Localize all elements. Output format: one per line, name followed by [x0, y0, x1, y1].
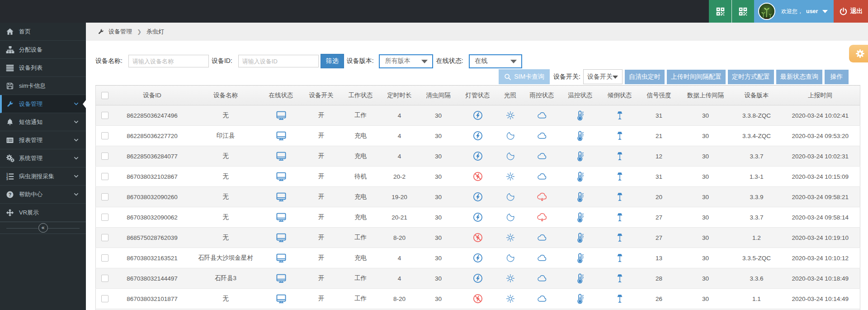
cell-temp[interactable]: [561, 187, 600, 207]
cell-online[interactable]: [261, 126, 302, 146]
bolt-on-icon[interactable]: [473, 151, 483, 161]
row-checkbox[interactable]: [101, 112, 108, 119]
bolt-on-icon[interactable]: [473, 273, 483, 283]
cell-light[interactable]: [498, 248, 523, 268]
desktop-icon[interactable]: [276, 151, 287, 162]
theme-settings-button[interactable]: [849, 45, 868, 62]
cell-light[interactable]: [498, 105, 523, 126]
cloud-icon[interactable]: [537, 110, 547, 120]
cell-tube[interactable]: [458, 167, 498, 187]
cell-rain[interactable]: [523, 126, 561, 146]
cell-rain[interactable]: [523, 146, 561, 167]
cell-online[interactable]: [261, 248, 302, 268]
cell-temp[interactable]: [561, 289, 600, 309]
cell-tube[interactable]: [458, 228, 498, 248]
lamp-upright-icon[interactable]: [615, 191, 625, 202]
auto-clean-timer-button[interactable]: 自清虫定时: [625, 70, 665, 84]
moon-icon[interactable]: [506, 152, 515, 161]
cell-online[interactable]: [261, 207, 302, 228]
desktop-icon[interactable]: [276, 294, 287, 304]
rain-cloud-icon[interactable]: [537, 191, 547, 202]
desktop-icon[interactable]: [276, 192, 287, 202]
app-grid-button-qr-1[interactable]: [709, 0, 731, 23]
filter-button[interactable]: 筛选: [321, 54, 344, 68]
sun-icon[interactable]: [505, 294, 515, 304]
cell-tilt[interactable]: [600, 146, 640, 167]
lamp-upright-icon[interactable]: [615, 151, 625, 162]
row-checkbox[interactable]: [101, 132, 108, 139]
sun-icon[interactable]: [505, 110, 515, 120]
breadcrumb-item-insecticidal-lamp[interactable]: 杀虫灯: [146, 28, 164, 36]
thermometer-icon[interactable]: [575, 191, 586, 202]
cell-online[interactable]: [261, 289, 302, 309]
desktop-icon[interactable]: [276, 253, 287, 263]
bolt-off-icon[interactable]: [473, 172, 483, 181]
cell-rain[interactable]: [523, 105, 561, 126]
sidebar-item-sms-notice[interactable]: 短信通知: [0, 113, 86, 131]
cell-tube[interactable]: [458, 289, 498, 309]
cell-light[interactable]: [498, 207, 523, 228]
cell-tilt[interactable]: [600, 167, 640, 187]
cell-online[interactable]: [261, 167, 302, 187]
timing-mode-cfg-button[interactable]: 定时方式配置: [728, 70, 774, 84]
moon-icon[interactable]: [506, 213, 515, 222]
cell-online[interactable]: [261, 228, 302, 248]
desktop-icon[interactable]: [276, 212, 287, 223]
cell-tube[interactable]: [458, 146, 498, 167]
cell-tube[interactable]: [458, 126, 498, 146]
cell-temp[interactable]: [561, 207, 600, 228]
sim-card-query-button[interactable]: SIM卡查询: [499, 69, 550, 84]
cell-online[interactable]: [261, 146, 302, 167]
cell-rain[interactable]: [523, 228, 561, 248]
cell-tube[interactable]: [458, 268, 498, 289]
row-checkbox[interactable]: [101, 234, 108, 241]
cloud-icon[interactable]: [537, 294, 547, 304]
lamp-upright-icon[interactable]: [615, 273, 625, 284]
user-menu[interactable]: 欢迎您， user: [754, 0, 834, 23]
cell-tube[interactable]: [458, 105, 498, 126]
cell-tilt[interactable]: [600, 268, 640, 289]
cell-light[interactable]: [498, 228, 523, 248]
bolt-on-icon[interactable]: [473, 131, 483, 141]
thermometer-icon[interactable]: [575, 293, 586, 304]
thermometer-icon[interactable]: [575, 273, 586, 284]
cell-rain[interactable]: [523, 187, 561, 207]
cell-light[interactable]: [498, 268, 523, 289]
cell-temp[interactable]: [561, 248, 600, 268]
rain-cloud-icon[interactable]: [537, 212, 547, 223]
cell-tube[interactable]: [458, 207, 498, 228]
app-grid-button-qr-2[interactable]: [731, 0, 754, 23]
upload-interval-cfg-button[interactable]: 上传时间间隔配置: [667, 70, 726, 84]
latest-status-query-button[interactable]: 最新状态查询: [776, 70, 822, 84]
cloud-icon[interactable]: [537, 233, 547, 243]
cell-tilt[interactable]: [600, 248, 640, 268]
row-checkbox[interactable]: [101, 173, 108, 180]
thermometer-icon[interactable]: [575, 130, 586, 141]
cell-temp[interactable]: [561, 268, 600, 289]
cell-temp[interactable]: [561, 105, 600, 126]
row-checkbox[interactable]: [101, 254, 108, 262]
sun-icon[interactable]: [505, 172, 515, 181]
sidebar-item-assign[interactable]: 分配设备: [0, 41, 86, 59]
row-checkbox[interactable]: [101, 214, 108, 221]
sidebar-item-help-center[interactable]: ?帮助中心: [0, 186, 86, 204]
moon-icon[interactable]: [506, 131, 515, 140]
cell-tube[interactable]: [458, 248, 498, 268]
cloud-icon[interactable]: [537, 151, 547, 161]
cell-light[interactable]: [498, 126, 523, 146]
cell-light[interactable]: [498, 289, 523, 309]
cell-tilt[interactable]: [600, 126, 640, 146]
cell-light[interactable]: [498, 146, 523, 167]
cell-tube[interactable]: [458, 187, 498, 207]
thermometer-icon[interactable]: [575, 110, 586, 121]
cell-light[interactable]: [498, 187, 523, 207]
lamp-upright-icon[interactable]: [615, 232, 625, 243]
cloud-icon[interactable]: [537, 273, 547, 283]
row-checkbox[interactable]: [101, 295, 108, 302]
row-checkbox[interactable]: [101, 193, 108, 200]
online-status-select[interactable]: 在线: [469, 54, 522, 68]
bolt-off-icon[interactable]: [473, 233, 483, 243]
desktop-icon[interactable]: [276, 131, 287, 141]
row-checkbox[interactable]: [101, 275, 108, 282]
thermometer-icon[interactable]: [575, 232, 586, 243]
